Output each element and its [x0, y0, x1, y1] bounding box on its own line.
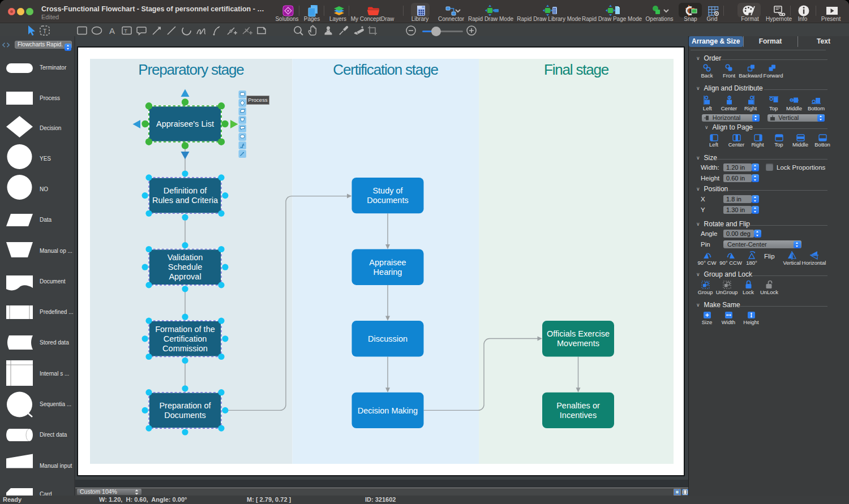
svg-text:Rules and Criteria: Rules and Criteria	[152, 196, 218, 205]
svg-text:Commission: Commission	[162, 344, 208, 353]
svg-text:Hearing: Hearing	[374, 268, 402, 277]
svg-text:Validation: Validation	[168, 253, 203, 262]
svg-text:Certification stage: Certification stage	[333, 61, 438, 78]
svg-text:Final stage: Final stage	[544, 61, 609, 78]
svg-text:Process: Process	[248, 97, 268, 103]
svg-text:Schedule: Schedule	[168, 262, 202, 272]
svg-text:T: T	[43, 28, 47, 35]
svg-text:Certification: Certification	[164, 334, 207, 343]
svg-text:Formation of the: Formation of the	[155, 325, 215, 334]
svg-text:Approval: Approval	[169, 272, 201, 281]
svg-text:Study of: Study of	[372, 186, 403, 195]
svg-text:Appraisee: Appraisee	[369, 258, 406, 267]
svg-text:Appraisee's List: Appraisee's List	[156, 119, 214, 128]
svg-text:Discussion: Discussion	[368, 334, 408, 343]
svg-text:Documents: Documents	[164, 411, 205, 420]
svg-text:Preparation of: Preparation of	[159, 401, 211, 410]
svg-text:A: A	[109, 26, 115, 36]
svg-text:T: T	[124, 28, 127, 34]
svg-text:Penalties or: Penalties or	[556, 401, 600, 410]
svg-text:Decision Making: Decision Making	[358, 406, 418, 415]
svg-text:Officials Exercise: Officials Exercise	[547, 329, 610, 338]
svg-text:Preparatory stage: Preparatory stage	[138, 61, 244, 78]
svg-text:Movements: Movements	[557, 339, 599, 348]
svg-text:Incentives: Incentives	[560, 411, 597, 420]
svg-text:Definition of: Definition of	[164, 186, 208, 195]
svg-text:Documents: Documents	[367, 196, 408, 205]
